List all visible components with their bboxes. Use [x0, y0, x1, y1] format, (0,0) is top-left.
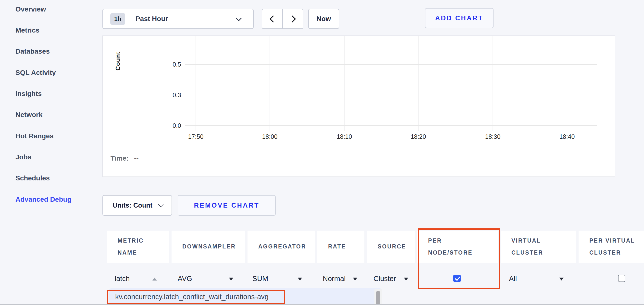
- metric-name-input[interactable]: [115, 275, 152, 283]
- remove-chart-button[interactable]: REMOVE CHART: [178, 195, 276, 216]
- gridline: [185, 95, 597, 95]
- add-chart-label: ADD CHART: [435, 14, 483, 22]
- metric-suggestions-dropdown: kv.concurrency.latch_conflict_wait_durat…: [108, 288, 382, 305]
- chevron-left-icon: [269, 15, 277, 22]
- per-node-store-checkbox[interactable]: [453, 275, 461, 282]
- units-select[interactable]: Units: Count: [102, 195, 172, 216]
- caret-down-icon[interactable]: [229, 278, 233, 281]
- x-tick: 18:40: [560, 133, 575, 140]
- gridline: [567, 36, 567, 131]
- next-range-button[interactable]: [282, 9, 304, 29]
- header-per-node-store: PER NODE/STORE: [417, 231, 498, 263]
- sidebar-item-overview[interactable]: Overview: [16, 4, 46, 14]
- gridline: [196, 36, 196, 131]
- sidebar-item-insights[interactable]: Insights: [16, 89, 42, 99]
- header-rate: RATE: [317, 231, 364, 263]
- prev-range-button[interactable]: [262, 9, 283, 29]
- gridline: [185, 64, 597, 65]
- sidebar-item-schedules[interactable]: Schedules: [16, 173, 50, 183]
- caret-down-icon[interactable]: [559, 278, 564, 281]
- remove-chart-label: REMOVE CHART: [194, 202, 259, 209]
- sidebar-item-databases[interactable]: Databases: [16, 46, 50, 56]
- add-chart-button[interactable]: ADD CHART: [425, 8, 494, 28]
- sidebar-item-advanced-debug[interactable]: Advanced Debug: [16, 195, 72, 204]
- time-range-badge: 1h: [110, 13, 125, 25]
- x-tick: 17:50: [188, 133, 204, 140]
- x-tick: 18:10: [337, 133, 352, 140]
- caret-down-icon[interactable]: [404, 278, 408, 281]
- sidebar-item-jobs[interactable]: Jobs: [16, 152, 31, 162]
- sidebar-item-metrics[interactable]: Metrics: [16, 25, 40, 35]
- y-tick: 0.5: [162, 61, 181, 68]
- gridline: [418, 36, 418, 131]
- header-per-virtual-cluster: PER VIRTUAL CLUSTER: [578, 231, 644, 263]
- time-range-label: Past Hour: [136, 15, 168, 23]
- y-tick: 0.0: [162, 122, 181, 129]
- gridline: [344, 36, 344, 131]
- caret-down-icon[interactable]: [298, 278, 302, 281]
- x-tick: 18:20: [411, 133, 426, 140]
- chart-y-axis-title: Count: [114, 52, 122, 70]
- x-tick: 18:00: [262, 133, 278, 140]
- per-virtual-cluster-checkbox[interactable]: [618, 275, 626, 282]
- window-bottom-edge: [0, 304, 644, 305]
- dropdown-scrollbar-thumb[interactable]: [376, 291, 380, 305]
- chevron-down-icon: [236, 15, 242, 21]
- now-button[interactable]: Now: [308, 9, 339, 29]
- chart-card: Count 0.5 0.3 0.0 17:50 18:00 18:10 18:2…: [102, 35, 615, 177]
- time-legend-label: Time:: [110, 154, 129, 162]
- header-aggregator: AGGREGATOR: [248, 231, 315, 263]
- y-tick: 0.3: [162, 91, 181, 99]
- downsampler-select[interactable]: AVG: [178, 275, 192, 283]
- sidebar-item-hot-ranges[interactable]: Hot Ranges: [16, 131, 54, 141]
- metric-suggestion-item[interactable]: kv.concurrency.latch_conflict_wait_durat…: [115, 293, 268, 301]
- now-button-label: Now: [316, 15, 331, 23]
- time-legend-value: --: [134, 154, 139, 162]
- gridline: [270, 36, 270, 131]
- gridline: [492, 36, 493, 131]
- header-metric-name: METRIC NAME: [107, 231, 169, 263]
- sidebar-item-sql-activity[interactable]: SQL Activity: [16, 68, 56, 78]
- header-virtual-cluster: VIRTUAL CLUSTER: [501, 231, 576, 263]
- chevron-down-icon: [158, 202, 164, 207]
- virtual-cluster-select[interactable]: All: [509, 275, 517, 283]
- chevron-right-icon: [288, 15, 296, 22]
- gridline: [185, 125, 597, 126]
- header-downsampler: DOWNSAMPLER: [172, 231, 245, 263]
- caret-down-icon[interactable]: [353, 278, 357, 281]
- sidebar-item-network[interactable]: Network: [16, 110, 42, 120]
- caret-up-icon[interactable]: [152, 278, 157, 281]
- source-select[interactable]: Cluster: [374, 275, 396, 283]
- aggregator-select[interactable]: SUM: [252, 275, 268, 283]
- time-range-selector[interactable]: 1h Past Hour: [102, 9, 254, 29]
- units-select-label: Units: Count: [113, 202, 152, 209]
- rate-select[interactable]: Normal: [323, 275, 346, 283]
- x-tick: 18:30: [485, 133, 501, 140]
- header-source: SOURCE: [367, 231, 415, 263]
